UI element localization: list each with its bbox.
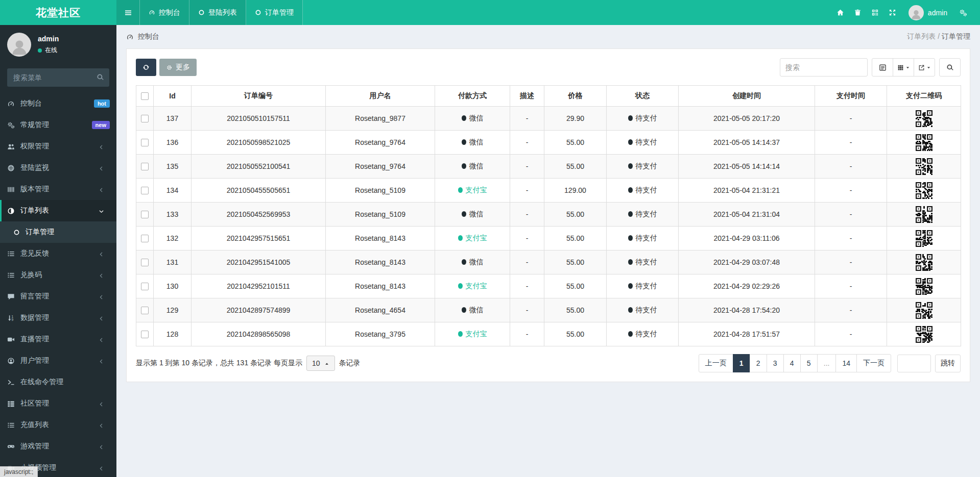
export-button[interactable] [914, 58, 935, 77]
sidebar-toggle-button[interactable] [116, 0, 140, 25]
refresh-button[interactable] [136, 59, 156, 76]
column-header[interactable]: 状态 [607, 86, 679, 107]
qrcode-button[interactable] [867, 0, 884, 25]
payment-qrcode[interactable] [916, 326, 933, 343]
sidebar-item-10[interactable]: 19数据管理 [0, 307, 116, 329]
sidebar-item-13[interactable]: 在线命令管理 [0, 371, 116, 393]
sidebar-item-3[interactable]: 权限管理 [0, 136, 116, 157]
nav-tab-2[interactable]: 登陆列表 [189, 0, 246, 25]
sidebar-item-5[interactable]: 版本管理 [0, 179, 116, 200]
sidebar-item-2[interactable]: 常规管理new [0, 114, 116, 136]
column-header[interactable]: 订单编号 [192, 86, 326, 107]
next-page-button[interactable]: 下一页 [856, 354, 891, 372]
search-icon[interactable] [97, 73, 104, 81]
breadcrumb-parent[interactable]: 订单列表 [907, 32, 936, 40]
payment-qrcode[interactable] [916, 230, 933, 247]
page-button-2[interactable]: 2 [750, 354, 767, 372]
status-dot [628, 211, 633, 217]
chevron-left-icon [99, 273, 104, 279]
table-search-input[interactable] [780, 58, 868, 77]
sidebar-subitem-订单管理[interactable]: 订单管理 [0, 221, 116, 243]
qrcode-icon [871, 9, 879, 16]
cell-pay-method: 微信 [435, 131, 510, 155]
hamburger-icon [124, 9, 132, 17]
row-checkbox[interactable] [141, 211, 149, 218]
sidebar-search-input[interactable] [7, 68, 109, 87]
payment-qrcode[interactable] [916, 254, 933, 271]
page-button-5[interactable]: 5 [800, 354, 818, 372]
navbar-avatar[interactable] [909, 5, 924, 20]
sidebar-item-15[interactable]: 充值列表 [0, 414, 116, 436]
row-checkbox[interactable] [141, 115, 149, 122]
row-checkbox[interactable] [141, 307, 149, 314]
badge-hot: hot [94, 99, 110, 108]
row-checkbox[interactable] [141, 139, 149, 146]
cell-user: Rosetang_5109 [326, 179, 435, 203]
page-size-select[interactable]: 10 [306, 356, 335, 371]
page-jump-button[interactable]: 跳转 [935, 355, 961, 372]
select-all-checkbox[interactable] [141, 92, 149, 100]
page-button-14[interactable]: 14 [835, 354, 857, 372]
sidebar-item-16[interactable]: 游戏管理 [0, 436, 116, 457]
column-header[interactable]: 创建时间 [679, 86, 815, 107]
sidebar-item-1[interactable]: 控制台hot [0, 93, 116, 114]
pay-dot [462, 163, 466, 169]
row-select-cell [136, 250, 154, 274]
payment-qrcode[interactable] [916, 278, 933, 295]
search-toggle-button[interactable] [939, 58, 961, 77]
cell-paid: - [815, 322, 887, 346]
cell-id: 134 [154, 179, 192, 203]
row-checkbox[interactable] [141, 283, 149, 290]
cell-user: Rosetang_4654 [326, 298, 435, 322]
sidebar-item-14[interactable]: 社区管理 [0, 393, 116, 414]
payment-qrcode[interactable] [916, 302, 933, 319]
column-header[interactable]: 价格 [544, 86, 607, 107]
sidebar-item-8[interactable]: 兑换码 [0, 264, 116, 286]
row-checkbox[interactable] [141, 187, 149, 194]
column-header[interactable]: 支付二维码 [887, 86, 961, 107]
sidebar-item-6[interactable]: 订单列表 [0, 200, 116, 221]
sidebar-item-7[interactable]: 意见反馈 [0, 243, 116, 264]
sidebar-item-label: 登陆监视 [20, 163, 99, 172]
person-icon [10, 37, 29, 57]
detail-view-button[interactable] [872, 58, 893, 77]
payment-qrcode[interactable] [916, 182, 933, 199]
column-header[interactable]: 支付时间 [815, 86, 887, 107]
column-header[interactable]: 付款方式 [435, 86, 510, 107]
row-checkbox[interactable] [141, 235, 149, 242]
column-header[interactable]: Id [154, 86, 192, 107]
navbar-user-name[interactable]: admin [928, 9, 947, 17]
sidebar-item-4[interactable]: 登陆监视 [0, 157, 116, 179]
page-jump-input[interactable] [897, 355, 931, 372]
nav-tab-1[interactable]: 控制台 [140, 0, 189, 25]
column-header[interactable]: 用户名 [326, 86, 435, 107]
row-checkbox[interactable] [141, 331, 149, 338]
columns-button[interactable] [893, 58, 914, 77]
sidebar-item-9[interactable]: 留言管理 [0, 286, 116, 307]
payment-qrcode[interactable] [916, 110, 933, 127]
nav-tab-label: 登陆列表 [208, 8, 237, 17]
trash-button[interactable] [849, 0, 867, 25]
payment-qrcode[interactable] [916, 158, 933, 175]
expand-button[interactable] [884, 0, 901, 25]
column-header[interactable]: 描述 [510, 86, 544, 107]
row-checkbox[interactable] [141, 259, 149, 266]
payment-qrcode[interactable] [916, 134, 933, 151]
cell-paid: - [815, 131, 887, 155]
sidebar-item-11[interactable]: 直播管理 [0, 329, 116, 350]
page-button-3[interactable]: 3 [767, 354, 784, 372]
cell-user: Rosetang_8143 [326, 227, 435, 250]
home-button[interactable] [832, 0, 849, 25]
nav-tab-3[interactable]: 订单管理 [246, 0, 303, 25]
page-button-1[interactable]: 1 [733, 354, 750, 372]
pay-label: 支付宝 [466, 234, 487, 242]
sidebar-item-12[interactable]: 用户管理 [0, 350, 116, 371]
more-button[interactable]: 更多 [159, 59, 197, 76]
page-button-4[interactable]: 4 [783, 354, 801, 372]
row-checkbox[interactable] [141, 163, 149, 170]
status-dot [628, 235, 633, 241]
settings-button[interactable] [954, 0, 972, 25]
prev-page-button[interactable]: 上一页 [699, 354, 733, 372]
payment-qrcode[interactable] [916, 206, 933, 223]
brand-logo[interactable]: 花堂社区 [0, 0, 116, 25]
